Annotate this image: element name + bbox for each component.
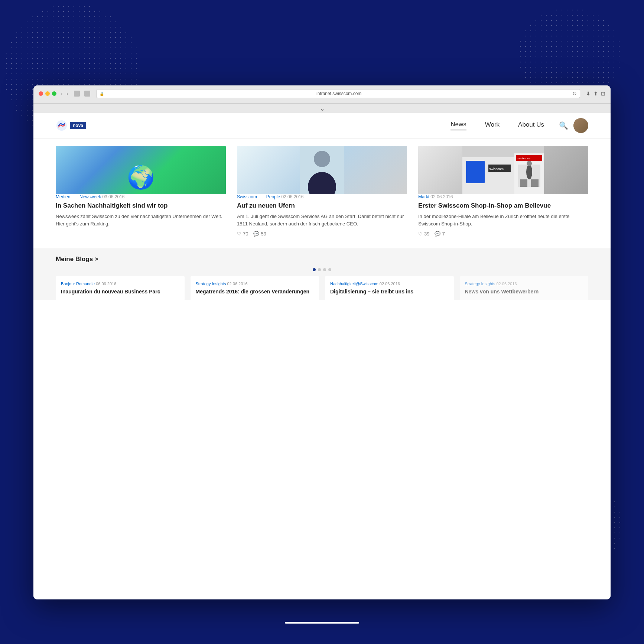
blog-card-1-title: Inauguration du nouveau Business Parc [61,288,179,295]
download-button[interactable]: ⬇ [586,91,591,97]
blog-card-2-meta: Strategy Insights 02.06.2016 [196,282,314,286]
news-card-1-image [56,146,226,194]
svg-point-15 [526,165,532,179]
person-svg [300,146,344,194]
blog-card-1-cat: Bonjour Romandie [61,282,95,286]
blog-card-3-meta: Nachhaltigkeit@Swisscom 02.06.2016 [330,282,449,286]
main-nav: News Work About Us [451,121,544,130]
blogs-section: Meine Blogs > Bonjour Romandie 06.06.201… [33,248,611,300]
news-card-2-title: Auf zu neuen Ufern [237,202,407,210]
news-card-3-cat1[interactable]: Markt [418,194,429,199]
carousel-dot-3[interactable] [323,268,326,271]
news-card-3-image: swisscom mobilezone [418,146,588,194]
blog-card-4[interactable]: Strategy Insights 02.06.2016 News von un… [460,276,589,300]
svg-point-2 [314,151,330,167]
tab-arrow: ⌄ [33,104,611,113]
blog-card-3-cat: Nachhaltigkeit@Swisscom [330,282,378,286]
news-card-2-comment-btn[interactable]: 💬 59 [253,231,266,237]
svg-point-16 [527,161,532,166]
traffic-lights [39,91,56,96]
home-indicator [285,622,359,624]
blog-card-1-meta: Bonjour Romandie 06.06.2016 [61,282,179,286]
news-card-2-like-btn[interactable]: ♡ 70 [237,231,248,237]
svg-rect-6 [466,161,485,183]
window-icon [74,91,80,97]
news-card-3-like-btn[interactable]: ♡ 39 [418,231,429,237]
news-card-1-cat2[interactable]: Newsweek [79,194,101,199]
swisscom-logo-icon [56,120,68,131]
news-card-3-interactions: ♡ 39 💬 7 [418,231,588,237]
news-card-3-comment-btn[interactable]: 💬 7 [435,231,445,237]
sidebar-toggle[interactable]: ⊡ [601,91,605,97]
blog-card-2-date: 02.06.2016 [227,282,248,286]
news-card-2[interactable]: Swisscom — People 02.06.2016 Auf zu neue… [237,146,407,237]
blog-card-1[interactable]: Bonjour Romandie 06.06.2016 Inauguration… [56,276,185,300]
nav-about-us[interactable]: About Us [518,121,544,130]
nav-work[interactable]: Work [485,121,500,130]
news-card-3-excerpt: In der mobilezone-Filiale am Bellevue in… [418,213,588,227]
blog-card-4-meta: Strategy Insights 02.06.2016 [465,282,583,286]
camera-icon [84,91,90,97]
news-card-2-meta: Swisscom — People 02.06.2016 [237,194,407,199]
blog-card-3-date: 02.06.2016 [380,282,400,286]
logo-area: nova [56,120,86,131]
svg-rect-13 [520,179,527,187]
browser-nav-arrows: ‹ › [59,90,69,97]
news-card-1-excerpt: Newsweek zählt Swisscom zu den vier nach… [56,213,226,227]
news-card-2-cat2[interactable]: People [266,194,280,199]
carousel-dot-4[interactable] [328,268,331,271]
forward-button[interactable]: › [65,90,70,97]
svg-text:swisscom: swisscom [489,167,504,171]
carousel-dots [56,268,588,271]
news-card-3-date: 02.06.2016 [430,194,453,199]
blog-cards: Bonjour Romandie 06.06.2016 Inauguration… [56,276,588,300]
blog-card-2-title: Megatrends 2016: die grossen Veränderung… [196,288,314,295]
news-card-2-image [237,146,407,194]
store-svg: swisscom mobilezone [418,146,588,194]
website-content: nova News Work About Us 🔍 Medien — New [33,113,611,599]
maximize-button[interactable] [52,91,56,96]
minimize-button[interactable] [45,91,50,96]
lock-icon: 🔒 [100,92,104,96]
blogs-header[interactable]: Meine Blogs > [56,256,588,263]
news-card-1-cat1[interactable]: Medien [56,194,70,199]
news-card-1-title: In Sachen Nachhaltigkeit sind wir top [56,202,226,210]
url-text: intranet.swisscom.com [105,91,572,96]
blog-card-1-date: 06.06.2016 [96,282,116,286]
blog-card-3[interactable]: Nachhaltigkeit@Swisscom 02.06.2016 Digit… [325,276,454,300]
back-button[interactable]: ‹ [59,90,64,97]
logo-nova: nova [70,122,86,129]
browser-chrome: ‹ › 🔒 intranet.swisscom.com ↻ ⬇ ⬆ ⊡ [33,85,611,104]
news-card-2-excerpt: Am 1. Juli geht die Swisscom Services AG… [237,213,407,227]
news-card-3[interactable]: swisscom mobilezone Markt [418,146,588,237]
blog-card-4-date: 02.06.2016 [497,282,517,286]
browser-window: ‹ › 🔒 intranet.swisscom.com ↻ ⬇ ⬆ ⊡ ⌄ [33,85,611,599]
svg-rect-14 [531,179,539,187]
news-card-1-date: 03.06.2016 [102,194,124,199]
news-grid: Medien — Newsweek 03.06.2016 In Sachen N… [33,139,611,248]
blog-card-2-cat: Strategy Insights [196,282,226,286]
svg-text:mobilezone: mobilezone [517,157,530,160]
blog-card-3-title: Digitalisierung – sie treibt uns ins [330,288,449,295]
news-card-1[interactable]: Medien — Newsweek 03.06.2016 In Sachen N… [56,146,226,237]
blog-card-4-cat: Strategy Insights [465,282,495,286]
news-card-2-cat1[interactable]: Swisscom [237,194,257,199]
browser-actions: ⬇ ⬆ ⊡ [586,91,605,97]
user-avatar[interactable] [573,118,588,133]
close-button[interactable] [39,91,43,96]
news-card-3-meta: Markt 02.06.2016 [418,194,588,199]
share-button[interactable]: ⬆ [593,91,598,97]
site-header: nova News Work About Us 🔍 [33,113,611,139]
refresh-button[interactable]: ↻ [572,91,577,97]
news-card-2-interactions: ♡ 70 💬 59 [237,231,407,237]
news-card-2-date: 02.06.2016 [281,194,303,199]
news-card-3-title: Erster Swisscom Shop-in-Shop am Bellevue [418,202,588,210]
nav-news[interactable]: News [451,121,466,130]
search-button[interactable]: 🔍 [559,121,568,130]
user-avatar-image [573,118,588,133]
blog-card-2[interactable]: Strategy Insights 02.06.2016 Megatrends … [191,276,319,300]
address-bar[interactable]: 🔒 intranet.swisscom.com ↻ [96,89,580,98]
carousel-dot-1[interactable] [313,268,316,271]
blog-card-4-title: News von uns Wettbewerbern [465,288,583,295]
carousel-dot-2[interactable] [318,268,321,271]
